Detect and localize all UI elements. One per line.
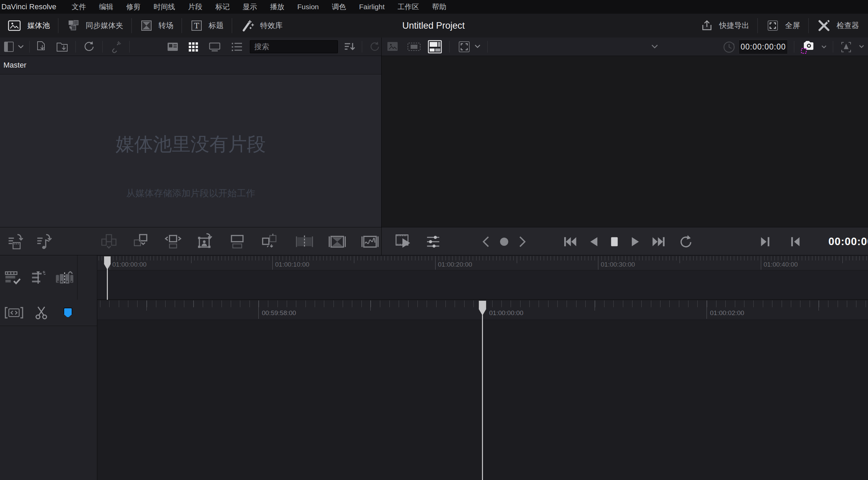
lower-timeline: 00:59:58:00 01:00:00:00 01:00:02:00: [0, 300, 868, 480]
toggle-panel-icon[interactable]: [3, 41, 15, 53]
menu-trim[interactable]: 修剪: [120, 2, 147, 12]
refresh-icon[interactable]: [368, 41, 381, 53]
play-reverse-icon[interactable]: [588, 236, 599, 248]
chevron-down-icon[interactable]: [821, 45, 827, 49]
bin-name[interactable]: Master: [3, 61, 26, 70]
media-pool-empty-title: 媒体池里没有片段: [0, 132, 381, 157]
next-edit-icon[interactable]: [760, 236, 771, 248]
ripple-overwrite-icon[interactable]: [165, 233, 182, 251]
boring-detector-icon[interactable]: [63, 308, 72, 318]
menu-fairlight[interactable]: Fairlight: [353, 3, 391, 11]
sync-icon[interactable]: [83, 40, 96, 53]
insert-video-icon[interactable]: [8, 233, 24, 251]
chevron-down-icon[interactable]: [651, 44, 658, 49]
import-media-icon[interactable]: [35, 40, 47, 53]
smooth-cut-icon[interactable]: [361, 233, 379, 251]
viewer-panel[interactable]: [382, 56, 868, 227]
source-preview-icon[interactable]: [395, 233, 414, 250]
main-toolbar: 媒体池 同步媒体夹 转场 T: [0, 14, 868, 38]
separator: [131, 18, 132, 33]
media-pool-button[interactable]: 媒体池: [7, 19, 50, 32]
menu-edit[interactable]: 编辑: [93, 2, 120, 12]
stop-icon[interactable]: [609, 236, 620, 248]
quick-export-button[interactable]: 快捷导出: [700, 19, 749, 32]
play-icon[interactable]: [630, 236, 641, 248]
menu-mark[interactable]: 标记: [209, 2, 236, 12]
fit-zoom-icon[interactable]: [457, 40, 471, 53]
transform-icon[interactable]: [839, 40, 853, 54]
media-pool-panel[interactable]: 媒体池里没有片段 从媒体存储添加片段以开始工作: [0, 74, 381, 227]
viewer-timecode[interactable]: 00:00:00:00: [739, 40, 788, 54]
panel-divider[interactable]: [381, 38, 382, 255]
upper-timeline: 01:00:00:00 01:00:10:00 01:00:20:00 01:0…: [0, 255, 868, 300]
previous-edit-icon[interactable]: [789, 236, 801, 248]
relink-icon[interactable]: [110, 40, 123, 53]
menu-file[interactable]: 文件: [65, 2, 93, 12]
menu-clip[interactable]: 片段: [182, 2, 209, 12]
source-overwrite-icon[interactable]: [261, 233, 278, 251]
close-up-icon[interactable]: [197, 233, 214, 251]
smart-insert-icon[interactable]: [100, 233, 117, 251]
filmstrip-view-icon[interactable]: [208, 41, 221, 52]
menu-help[interactable]: 帮助: [426, 2, 453, 12]
chevron-down-icon[interactable]: [18, 45, 24, 48]
upper-timeline-ruler[interactable]: 01:00:00:00 01:00:10:00 01:00:20:00 01:0…: [97, 256, 868, 270]
dissolve-transition-icon[interactable]: [328, 233, 346, 251]
menu-fusion[interactable]: Fusion: [291, 3, 325, 11]
trim-forward-icon[interactable]: [518, 236, 527, 248]
timeline-options-icon[interactable]: [4, 270, 22, 285]
tools-icon[interactable]: [425, 234, 441, 250]
sync-bin-button[interactable]: 同步媒体夹: [67, 19, 123, 32]
app-title: DaVinci Resolve: [1, 2, 56, 11]
fullscreen-button[interactable]: 全屏: [766, 19, 800, 32]
audio-trim-icon[interactable]: [31, 270, 46, 285]
menu-color[interactable]: 调色: [325, 2, 353, 12]
source-tape-icon[interactable]: [406, 41, 422, 53]
transitions-button[interactable]: 转场: [140, 19, 173, 32]
menu-view[interactable]: 显示: [236, 2, 264, 12]
ruler-major-tick: [435, 256, 436, 270]
menu-timeline[interactable]: 时间线: [147, 2, 182, 12]
trim-back-icon[interactable]: [481, 236, 490, 248]
chevron-down-icon[interactable]: [859, 45, 864, 48]
loop-icon[interactable]: [677, 234, 693, 249]
razor-icon[interactable]: [34, 305, 48, 320]
list-view-icon[interactable]: [231, 42, 243, 52]
metadata-view-icon[interactable]: [167, 42, 179, 52]
trim-mode-icon[interactable]: [4, 306, 24, 319]
viewer-toolbar: 00:00:00:00: [382, 38, 868, 56]
source-clip-icon[interactable]: [386, 41, 399, 53]
project-title[interactable]: Untitled Project: [358, 14, 509, 38]
search-input[interactable]: [250, 40, 338, 53]
camera-icon[interactable]: [800, 40, 817, 55]
ruler-label: 01:00:10:00: [275, 261, 309, 268]
import-folder-icon[interactable]: [56, 41, 69, 53]
titles-button[interactable]: T 标题: [190, 19, 224, 32]
timeline-playhead[interactable]: [482, 300, 483, 480]
separator: [77, 255, 77, 300]
quick-export-label: 快捷导出: [719, 20, 749, 31]
split-clip-icon[interactable]: [296, 233, 313, 251]
grid-view-icon[interactable]: [188, 41, 199, 52]
timeline-view-icon[interactable]: [427, 40, 442, 54]
fullscreen-icon: [766, 19, 780, 32]
place-on-top-icon[interactable]: [229, 233, 246, 251]
ruler-label: 00:59:58:00: [262, 309, 296, 317]
insert-audio-icon[interactable]: [36, 233, 53, 251]
inspector-icon: [817, 19, 831, 32]
chevron-down-icon[interactable]: [474, 44, 481, 48]
menu-playback[interactable]: 播放: [264, 2, 291, 12]
menu-workspace[interactable]: 工作区: [391, 2, 426, 12]
append-icon[interactable]: [132, 233, 150, 251]
go-to-end-icon[interactable]: [651, 236, 666, 248]
sort-icon[interactable]: [343, 41, 356, 52]
timeline-track-area[interactable]: 00:59:58:00 01:00:00:00 01:00:02:00: [97, 300, 868, 480]
inspector-button[interactable]: 检查器: [817, 19, 859, 32]
effects-library-button[interactable]: 特效库: [240, 19, 283, 32]
separator: [487, 41, 488, 53]
record-dot-icon[interactable]: [498, 236, 510, 248]
go-to-start-icon[interactable]: [563, 236, 578, 248]
upper-timeline-ruler-area[interactable]: 01:00:00:00 01:00:10:00 01:00:20:00 01:0…: [97, 255, 868, 300]
timeline-selector-dropdown[interactable]: [491, 38, 651, 56]
track-split-icon[interactable]: [55, 270, 74, 285]
